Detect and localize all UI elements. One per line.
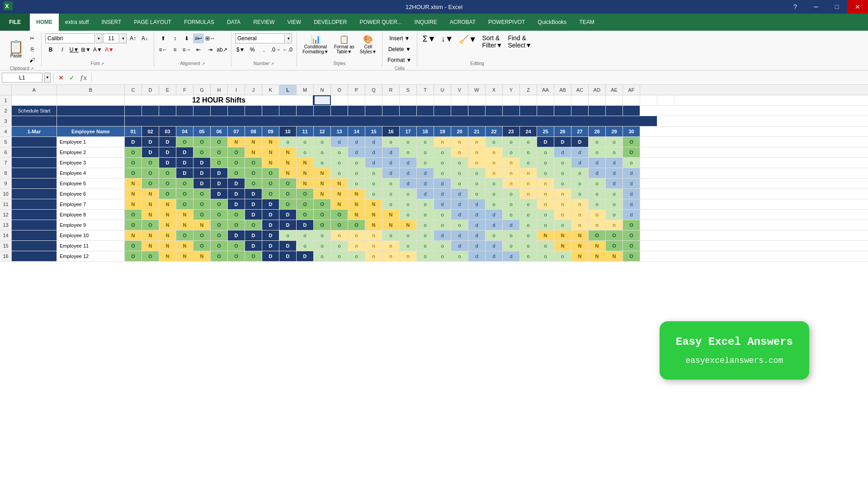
align-right-btn[interactable]: ≡→ bbox=[181, 45, 192, 55]
cell-shift-row11-day21[interactable]: d bbox=[468, 199, 486, 209]
cell-shift-row12-day30[interactable]: d bbox=[623, 210, 640, 220]
cell-shift-row16-day14[interactable]: o bbox=[348, 251, 365, 261]
cell-shift-row6-day21[interactable]: n bbox=[468, 147, 486, 157]
cell-shift-row13-day4[interactable]: N bbox=[176, 220, 193, 230]
cell-V1[interactable] bbox=[486, 95, 503, 105]
merge-btn[interactable]: ⊞↔ bbox=[205, 33, 216, 43]
cell-shift-row7-day13[interactable]: o bbox=[331, 158, 348, 168]
cell-shift-row11-day1[interactable]: N bbox=[125, 199, 142, 209]
cell-shift-row10-day12[interactable]: N bbox=[314, 189, 331, 199]
cell-shift-row6-day18[interactable]: o bbox=[417, 147, 434, 157]
cell-B12[interactable]: Employee 8 bbox=[57, 210, 125, 220]
copy-btn[interactable]: ⎘ bbox=[27, 44, 38, 54]
cell-shift-row14-day16[interactable]: o bbox=[382, 230, 400, 240]
cell-B5[interactable]: Employee 1 bbox=[57, 137, 125, 147]
col-header-AF[interactable]: AF bbox=[623, 85, 640, 95]
cell-shift-row9-day12[interactable]: N bbox=[314, 178, 331, 188]
format-as-table-btn[interactable]: 📋 Format asTable▼ bbox=[332, 33, 356, 55]
cell-day-11[interactable]: 11 bbox=[297, 127, 314, 136]
cell-shift-row8-day22[interactable]: n bbox=[486, 168, 503, 178]
cell-shift-row16-day3[interactable]: N bbox=[159, 251, 176, 261]
cell-shift-row13-day9[interactable]: D bbox=[262, 220, 279, 230]
cell-shift-row7-day4[interactable]: D bbox=[176, 158, 193, 168]
cell-shift-row6-day16[interactable]: d bbox=[382, 147, 400, 157]
cell-shift-row10-day11[interactable]: O bbox=[297, 189, 314, 199]
cell-AE2[interactable] bbox=[606, 106, 623, 116]
cell-shift-row14-day3[interactable]: N bbox=[159, 230, 176, 240]
cell-shift-row8-day15[interactable]: o bbox=[365, 168, 382, 178]
cell-shift-row16-day28[interactable]: N bbox=[589, 251, 606, 261]
cancel-formula-btn[interactable]: ✕ bbox=[57, 74, 66, 81]
maximize-btn[interactable]: □ bbox=[826, 0, 847, 14]
cell-shift-row15-day21[interactable]: d bbox=[468, 241, 486, 251]
col-header-D[interactable]: D bbox=[142, 85, 159, 95]
cell-A9[interactable] bbox=[12, 178, 57, 188]
cell-shift-row7-day15[interactable]: d bbox=[365, 158, 382, 168]
fill-btn[interactable]: ↓▼ bbox=[439, 33, 455, 50]
paste-btn[interactable]: 📋 Paste bbox=[6, 40, 26, 59]
cell-B6[interactable]: Employee 2 bbox=[57, 147, 125, 157]
cell-shift-row9-day1[interactable]: N bbox=[125, 178, 142, 188]
col-header-C[interactable]: C bbox=[125, 85, 142, 95]
col-header-Z[interactable]: Z bbox=[520, 85, 537, 95]
cell-W2[interactable] bbox=[468, 106, 486, 116]
cell-shift-row10-day26[interactable]: n bbox=[554, 189, 571, 199]
cell-shift-row6-day8[interactable]: N bbox=[245, 147, 262, 157]
cell-shift-row9-day7[interactable]: D bbox=[228, 178, 245, 188]
cell-shift-row15-day5[interactable]: O bbox=[193, 241, 211, 251]
cell-shift-row10-day6[interactable]: D bbox=[211, 189, 228, 199]
cell-shift-row15-day3[interactable]: N bbox=[159, 241, 176, 251]
cell-shift-row6-day2[interactable]: D bbox=[142, 147, 159, 157]
cell-shift-row14-day20[interactable]: d bbox=[451, 230, 468, 240]
cell-shift-row16-day20[interactable]: o bbox=[451, 251, 468, 261]
cell-shift-row16-day15[interactable]: n bbox=[365, 251, 382, 261]
col-header-Y[interactable]: Y bbox=[503, 85, 520, 95]
menu-extrastuff[interactable]: extra stuff bbox=[59, 14, 95, 31]
cell-G2[interactable] bbox=[193, 106, 211, 116]
cell-shift-row9-day18[interactable]: d bbox=[417, 178, 434, 188]
cell-shift-row7-day21[interactable]: n bbox=[468, 158, 486, 168]
cell-shift-row9-day8[interactable]: O bbox=[245, 178, 262, 188]
cell-AC1[interactable] bbox=[606, 95, 623, 105]
cell-shift-row5-day12[interactable]: o bbox=[314, 137, 331, 147]
cell-shift-row16-day10[interactable]: D bbox=[279, 251, 297, 261]
help-btn[interactable]: ? bbox=[785, 0, 806, 14]
cell-shift-row8-day26[interactable]: o bbox=[554, 168, 571, 178]
cell-B10[interactable]: Employee 6 bbox=[57, 189, 125, 199]
cell-shift-row14-day1[interactable]: N bbox=[125, 230, 142, 240]
cell-shift-row7-day2[interactable]: O bbox=[142, 158, 159, 168]
font-size-arrow[interactable]: ▼ bbox=[120, 33, 127, 43]
cell-shift-row12-day26[interactable]: n bbox=[554, 210, 571, 220]
cell-shift-row16-day18[interactable]: o bbox=[417, 251, 434, 261]
cell-B7[interactable]: Employee 3 bbox=[57, 158, 125, 168]
percent-btn[interactable]: % bbox=[247, 45, 258, 55]
cell-shift-row14-day13[interactable]: n bbox=[331, 230, 348, 240]
col-header-I[interactable]: I bbox=[228, 85, 245, 95]
col-header-B[interactable]: B bbox=[57, 85, 125, 95]
cell-shift-row15-day10[interactable]: D bbox=[279, 241, 297, 251]
cell-day-07[interactable]: 07 bbox=[228, 127, 245, 136]
cell-shift-row9-day17[interactable]: d bbox=[400, 178, 417, 188]
cell-A16[interactable] bbox=[12, 251, 57, 261]
cell-shift-row12-day16[interactable]: N bbox=[382, 210, 400, 220]
cell-day-22[interactable]: 22 bbox=[486, 127, 503, 136]
cell-shift-row9-day20[interactable]: o bbox=[451, 178, 468, 188]
cell-shift-row12-day19[interactable]: o bbox=[434, 210, 451, 220]
cell-shift-row12-day4[interactable]: N bbox=[176, 210, 193, 220]
clear-btn[interactable]: 🧹▼ bbox=[457, 33, 479, 50]
cell-shift-row12-day17[interactable]: o bbox=[400, 210, 417, 220]
cell-shift-row5-day8[interactable]: N bbox=[245, 137, 262, 147]
cell-A7[interactable] bbox=[12, 158, 57, 168]
col-header-T[interactable]: T bbox=[417, 85, 434, 95]
cell-shift-row10-day8[interactable]: D bbox=[245, 189, 262, 199]
cell-shift-row9-day29[interactable]: d bbox=[606, 178, 623, 188]
cell-shift-row15-day27[interactable]: N bbox=[571, 241, 589, 251]
cell-N1[interactable] bbox=[348, 95, 365, 105]
cell-shift-row5-day29[interactable]: o bbox=[606, 137, 623, 147]
cell-B1[interactable] bbox=[57, 95, 125, 105]
cell-P1[interactable] bbox=[382, 95, 400, 105]
cell-day-18[interactable]: 18 bbox=[417, 127, 434, 136]
cell-shift-row7-day25[interactable]: o bbox=[537, 158, 554, 168]
cell-shift-row5-day6[interactable]: O bbox=[211, 137, 228, 147]
cell-day-12[interactable]: 12 bbox=[314, 127, 331, 136]
